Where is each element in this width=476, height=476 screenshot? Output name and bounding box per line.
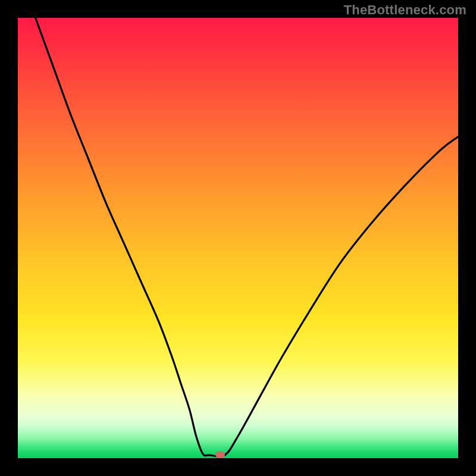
bottleneck-curve: [18, 18, 458, 458]
chart-frame: TheBottleneck.com: [0, 0, 476, 476]
optimal-point-marker: [215, 452, 225, 458]
watermark-text: TheBottleneck.com: [344, 2, 466, 18]
plot-area: [18, 18, 458, 458]
